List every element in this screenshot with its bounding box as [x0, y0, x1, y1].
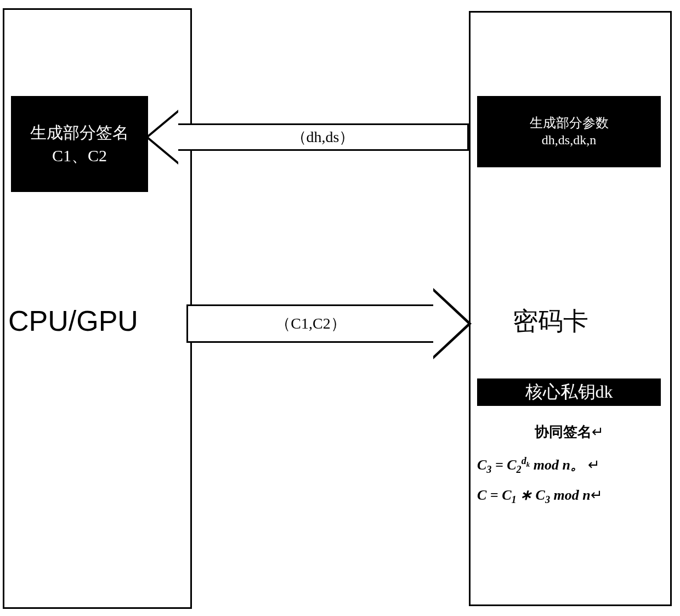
formula-line-2: C = C1 ∗ C3 mod n↵ — [477, 487, 661, 506]
crypto-card-label: 密码卡 — [513, 304, 588, 338]
formula-line-1: C3 = C2dk mod n。 ↵ — [477, 455, 661, 476]
formula-area: 协同签名↵ C3 = C2dk mod n。 ↵ C = C1 ∗ C3 mod… — [477, 422, 661, 517]
arrow-left-body: （dh,ds） — [178, 123, 469, 151]
box-text-line1: 生成部分签名 — [30, 121, 129, 144]
arrow-left: （dh,ds） — [145, 115, 469, 159]
arrow-right-label: （C1,C2） — [275, 313, 345, 334]
core-private-key-box: 核心私钥dk — [477, 378, 661, 406]
box-text-line2: C1、C2 — [52, 144, 107, 167]
core-key-text: 核心私钥dk — [525, 380, 613, 404]
arrow-right: （C1,C2） — [186, 291, 472, 357]
arrow-left-label: （dh,ds） — [291, 127, 355, 148]
box-text-line1: 生成部分参数 — [530, 115, 609, 132]
arrow-head-left-icon — [145, 110, 178, 165]
cpu-gpu-label: CPU/GPU — [8, 304, 138, 337]
box-text-line2: dh,ds,dk,n — [542, 132, 596, 149]
generate-signature-box: 生成部分签名 C1、C2 — [11, 96, 148, 192]
formula-title: 协同签名↵ — [477, 422, 661, 442]
arrow-right-body: （C1,C2） — [186, 304, 433, 343]
generate-params-box: 生成部分参数 dh,ds,dk,n — [477, 96, 661, 167]
arrow-head-right-icon — [433, 288, 472, 359]
